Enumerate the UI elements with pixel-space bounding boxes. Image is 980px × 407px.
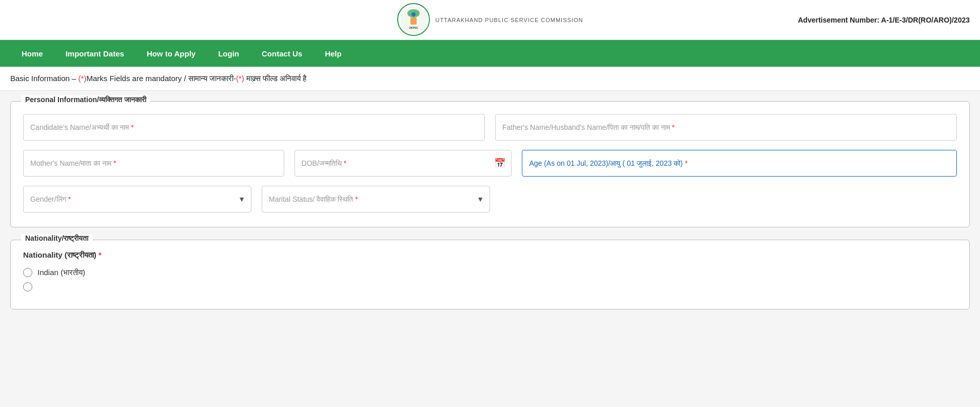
radio-other-input[interactable] bbox=[23, 282, 32, 292]
radio-indian-input[interactable] bbox=[23, 268, 32, 277]
logo-text: UTTARAKHAND PUBLIC SERVICE COMMISSION bbox=[436, 17, 583, 23]
row-name: Candidate's Name/अभ्यर्थी का नाम * Fathe… bbox=[23, 114, 957, 141]
marital-status-field: Single/अविवाहित Married/विवाहित Divorced… bbox=[262, 186, 490, 212]
svg-rect-3 bbox=[410, 17, 417, 25]
age-input[interactable] bbox=[522, 150, 957, 177]
marital-status-select[interactable]: Single/अविवाहित Married/विवाहित Divorced… bbox=[262, 186, 490, 212]
nav-how-to-apply[interactable]: How to Apply bbox=[135, 42, 207, 65]
personal-information-section: Personal Information/व्यक्तिगत जानकारी C… bbox=[10, 101, 970, 227]
candidate-name-input[interactable] bbox=[23, 114, 485, 141]
info-bar: Basic Information – (*)Marks Fields are … bbox=[0, 67, 980, 91]
candidate-name-field: Candidate's Name/अभ्यर्थी का नाम * bbox=[23, 114, 485, 141]
dob-input[interactable] bbox=[295, 150, 512, 177]
mandatory-star: (*) bbox=[79, 74, 87, 83]
nationality-section-legend: Nationality/राष्ट्रीयता bbox=[21, 234, 92, 243]
navbar: Home Important Dates How to Apply Login … bbox=[0, 40, 980, 67]
nav-login[interactable]: Login bbox=[207, 42, 250, 65]
row-gender-marital: Male/पुरुष Female/महिला Other/अन्य Gende… bbox=[23, 186, 957, 212]
nav-help[interactable]: Help bbox=[313, 42, 353, 65]
nav-home[interactable]: Home bbox=[10, 42, 54, 65]
nationality-req-star: * bbox=[99, 250, 102, 259]
mandatory-star-2: (*) bbox=[236, 74, 244, 83]
gender-field: Male/पुरुष Female/महिला Other/अन्य Gende… bbox=[23, 186, 251, 212]
nationality-section: Nationality/राष्ट्रीयता Nationality (राष… bbox=[10, 240, 970, 309]
main-content: Personal Information/व्यक्तिगत जानकारी C… bbox=[0, 91, 980, 320]
top-header: UKPSC UTTARAKHAND PUBLIC SERVICE COMMISS… bbox=[0, 0, 980, 40]
gender-select[interactable]: Male/पुरुष Female/महिला Other/अन्य bbox=[23, 186, 251, 212]
svg-text:UKPSC: UKPSC bbox=[409, 26, 418, 29]
radio-indian: Indian (भारतीय) bbox=[23, 268, 957, 277]
nav-important-dates[interactable]: Important Dates bbox=[54, 42, 135, 65]
dob-field: DOB/जन्मतिथि * 📅 bbox=[295, 150, 512, 177]
age-field: Age (As on 01 Jul, 2023)/आयु ( 01 जुलाई,… bbox=[522, 150, 957, 177]
advertisement-number: Advertisement Number: A-1/E-3/DR(RO/ARO)… bbox=[798, 16, 970, 24]
logo-icon: UKPSC bbox=[397, 3, 430, 36]
radio-indian-label: Indian (भारतीय) bbox=[37, 268, 85, 277]
nav-contact-us[interactable]: Contact Us bbox=[250, 42, 313, 65]
mother-name-input[interactable] bbox=[23, 150, 284, 177]
personal-section-legend: Personal Information/व्यक्तिगत जानकारी bbox=[21, 95, 150, 104]
mother-name-field: Mother's Name/माता का नाम * bbox=[23, 150, 284, 177]
radio-other bbox=[23, 282, 957, 292]
svg-point-4 bbox=[411, 12, 416, 16]
father-name-input[interactable] bbox=[495, 114, 957, 141]
row-mother-dob-age: Mother's Name/माता का नाम * DOB/जन्मतिथि… bbox=[23, 150, 957, 177]
nationality-label: Nationality (राष्ट्रीयता) * bbox=[23, 250, 957, 260]
father-name-field: Father's Name/Husband's Name/पिता का नाम… bbox=[495, 114, 957, 141]
